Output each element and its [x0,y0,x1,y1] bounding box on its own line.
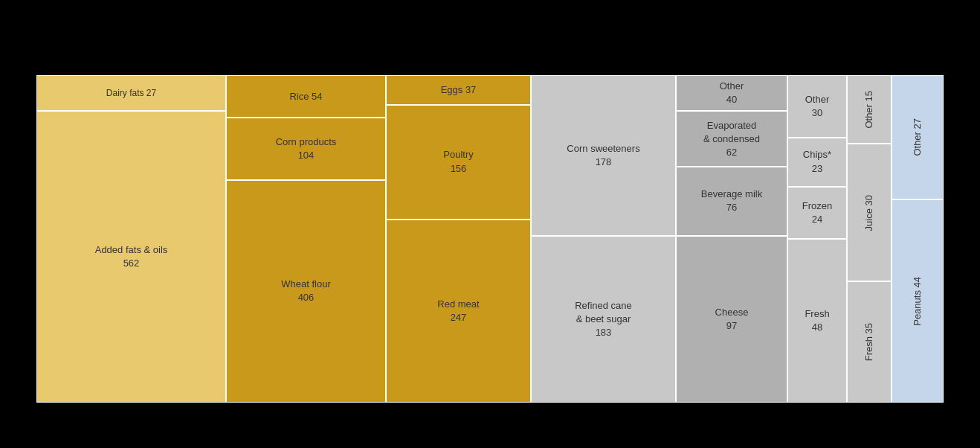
cell-poultry: Poultry156 [386,105,531,220]
cell-other-27: Other 27 [892,75,944,199]
cell-other-40: Other40 [676,75,787,111]
cell-evap-condensed: Evaporated& condensed62 [676,111,787,167]
col-grains: Rice 54 Corn products104 Wheat flour406 [226,75,386,403]
col-sub1: Other30 Chips*23 Frozen24 Fresh48 [787,75,847,403]
cell-dairy-fats: Dairy fats 27 [36,75,226,111]
cell-chips: Chips*23 [787,138,847,187]
cell-added-fats: Added fats & oils562 [36,111,226,403]
cell-beverage-milk: Beverage milk76 [676,167,787,235]
cell-frozen: Frozen24 [787,187,847,239]
cell-corn-products: Corn products104 [226,118,386,180]
col-fats: Dairy fats 27 Added fats & oils562 [36,75,226,403]
cell-other-15: Other 15 [847,75,892,144]
cell-rice: Rice 54 [226,75,386,118]
col-sub3: Other 27 Peanuts 44 [892,75,944,403]
cell-juice-30: Juice 30 [847,144,892,281]
treemap-chart: Dairy fats 27 Added fats & oils562 Rice … [36,75,944,403]
cell-wheat-flour: Wheat flour406 [226,180,386,403]
cell-refined-sugar: Refined cane& beet sugar183 [531,236,676,403]
cell-peanuts: Peanuts 44 [892,199,944,403]
cell-corn-sweeteners: Corn sweeteners178 [531,75,676,236]
col-sub2: Other 15 Juice 30 Fresh 35 [847,75,892,403]
col-dairy: Other40 Evaporated& condensed62 Beverage… [676,75,787,403]
col-sweeteners: Corn sweeteners178 Refined cane& beet su… [531,75,676,403]
cell-red-meat: Red meat247 [386,220,531,403]
cell-eggs: Eggs 37 [386,75,531,105]
cell-cheese: Cheese97 [676,236,787,403]
cell-other-30: Other30 [787,75,847,138]
col-meat: Eggs 37 Poultry156 Red meat247 [386,75,531,403]
cell-fresh-35: Fresh 35 [847,281,892,403]
cell-fresh-48: Fresh48 [787,239,847,403]
